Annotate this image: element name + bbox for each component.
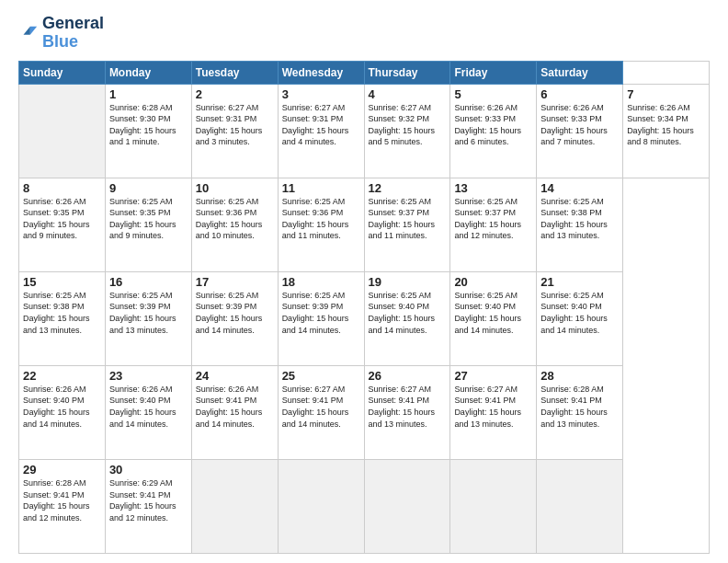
- table-row: 2 Sunrise: 6:27 AMSunset: 9:31 PMDayligh…: [191, 84, 278, 178]
- day-number: 11: [282, 181, 360, 195]
- day-number: 24: [196, 369, 274, 383]
- day-number: 16: [109, 275, 188, 289]
- col-header-saturday: Saturday: [537, 61, 623, 84]
- day-info: Sunrise: 6:27 AMSunset: 9:41 PMDaylight:…: [454, 384, 532, 430]
- table-row: 17 Sunrise: 6:25 AMSunset: 9:39 PMDaylig…: [191, 271, 278, 365]
- table-row: [278, 459, 364, 553]
- day-number: 4: [369, 87, 447, 101]
- day-info: Sunrise: 6:27 AMSunset: 9:32 PMDaylight:…: [369, 102, 447, 148]
- day-info: Sunrise: 6:28 AMSunset: 9:41 PMDaylight:…: [540, 384, 619, 430]
- table-row: 26 Sunrise: 6:27 AMSunset: 9:41 PMDaylig…: [364, 365, 450, 459]
- table-row: 22 Sunrise: 6:26 AMSunset: 9:40 PMDaylig…: [19, 365, 106, 459]
- day-info: Sunrise: 6:26 AMSunset: 9:41 PMDaylight:…: [196, 384, 274, 430]
- day-info: Sunrise: 6:27 AMSunset: 9:41 PMDaylight:…: [282, 384, 360, 430]
- table-row: 12 Sunrise: 6:25 AMSunset: 9:37 PMDaylig…: [364, 178, 450, 271]
- day-number: 14: [540, 181, 619, 195]
- day-number: 22: [23, 369, 101, 383]
- day-number: 27: [454, 369, 532, 383]
- day-number: 9: [109, 181, 188, 195]
- day-info: Sunrise: 6:25 AMSunset: 9:40 PMDaylight:…: [369, 290, 447, 336]
- day-number: 6: [540, 87, 619, 101]
- col-header-tuesday: Tuesday: [191, 61, 278, 84]
- logo: GeneralBlue: [18, 15, 104, 52]
- day-info: Sunrise: 6:25 AMSunset: 9:40 PMDaylight:…: [540, 290, 619, 336]
- col-header-friday: Friday: [450, 61, 537, 84]
- table-row: 15 Sunrise: 6:25 AMSunset: 9:38 PMDaylig…: [19, 271, 106, 365]
- day-info: Sunrise: 6:26 AMSunset: 9:35 PMDaylight:…: [23, 196, 101, 242]
- day-info: Sunrise: 6:26 AMSunset: 9:40 PMDaylight:…: [109, 384, 188, 430]
- table-row: 13 Sunrise: 6:25 AMSunset: 9:37 PMDaylig…: [450, 178, 537, 271]
- day-info: Sunrise: 6:25 AMSunset: 9:37 PMDaylight:…: [454, 196, 532, 242]
- col-header-monday: Monday: [105, 61, 191, 84]
- day-number: 3: [282, 87, 360, 101]
- day-number: 28: [540, 369, 619, 383]
- table-row: [450, 459, 537, 553]
- table-row: 5 Sunrise: 6:26 AMSunset: 9:33 PMDayligh…: [450, 84, 537, 178]
- logo-text: GeneralBlue: [42, 15, 104, 52]
- day-info: Sunrise: 6:27 AMSunset: 9:31 PMDaylight:…: [196, 102, 274, 148]
- table-row: 1 Sunrise: 6:28 AMSunset: 9:30 PMDayligh…: [105, 84, 191, 178]
- table-row: 20 Sunrise: 6:25 AMSunset: 9:40 PMDaylig…: [450, 271, 537, 365]
- day-number: 5: [454, 87, 532, 101]
- day-number: 19: [369, 275, 447, 289]
- col-header-thursday: Thursday: [364, 61, 450, 84]
- col-header-wednesday: Wednesday: [278, 61, 364, 84]
- table-row: 19 Sunrise: 6:25 AMSunset: 9:40 PMDaylig…: [364, 271, 450, 365]
- empty-cell: [19, 84, 106, 178]
- table-row: 9 Sunrise: 6:25 AMSunset: 9:35 PMDayligh…: [105, 178, 191, 271]
- table-row: 14 Sunrise: 6:25 AMSunset: 9:38 PMDaylig…: [537, 178, 623, 271]
- table-row: 29 Sunrise: 6:28 AMSunset: 9:41 PMDaylig…: [19, 459, 106, 553]
- day-number: 8: [23, 181, 101, 195]
- table-row: 4 Sunrise: 6:27 AMSunset: 9:32 PMDayligh…: [364, 84, 450, 178]
- day-info: Sunrise: 6:25 AMSunset: 9:35 PMDaylight:…: [109, 196, 188, 242]
- table-row: 28 Sunrise: 6:28 AMSunset: 9:41 PMDaylig…: [537, 365, 623, 459]
- table-row: 3 Sunrise: 6:27 AMSunset: 9:31 PMDayligh…: [278, 84, 364, 178]
- day-info: Sunrise: 6:25 AMSunset: 9:36 PMDaylight:…: [282, 196, 360, 242]
- table-row: 11 Sunrise: 6:25 AMSunset: 9:36 PMDaylig…: [278, 178, 364, 271]
- table-row: 10 Sunrise: 6:25 AMSunset: 9:36 PMDaylig…: [191, 178, 278, 271]
- day-info: Sunrise: 6:26 AMSunset: 9:34 PMDaylight:…: [627, 102, 705, 148]
- day-number: 12: [369, 181, 447, 195]
- header: GeneralBlue: [18, 15, 710, 52]
- day-number: 17: [196, 275, 274, 289]
- day-info: Sunrise: 6:25 AMSunset: 9:39 PMDaylight:…: [109, 290, 188, 336]
- day-number: 1: [109, 87, 188, 101]
- day-number: 23: [109, 369, 188, 383]
- table-row: 23 Sunrise: 6:26 AMSunset: 9:40 PMDaylig…: [105, 365, 191, 459]
- table-row: 8 Sunrise: 6:26 AMSunset: 9:35 PMDayligh…: [19, 178, 106, 271]
- day-info: Sunrise: 6:26 AMSunset: 9:40 PMDaylight:…: [23, 384, 101, 430]
- day-info: Sunrise: 6:27 AMSunset: 9:41 PMDaylight:…: [369, 384, 447, 430]
- col-header-sunday: Sunday: [19, 61, 106, 84]
- day-number: 15: [23, 275, 101, 289]
- table-row: [364, 459, 450, 553]
- table-row: 30 Sunrise: 6:29 AMSunset: 9:41 PMDaylig…: [105, 459, 191, 553]
- day-info: Sunrise: 6:28 AMSunset: 9:41 PMDaylight:…: [23, 477, 101, 523]
- table-row: 6 Sunrise: 6:26 AMSunset: 9:33 PMDayligh…: [537, 84, 623, 178]
- table-row: 18 Sunrise: 6:25 AMSunset: 9:39 PMDaylig…: [278, 271, 364, 365]
- logo-icon: [18, 23, 39, 43]
- day-info: Sunrise: 6:27 AMSunset: 9:31 PMDaylight:…: [282, 102, 360, 148]
- day-info: Sunrise: 6:25 AMSunset: 9:38 PMDaylight:…: [23, 290, 101, 336]
- day-number: 2: [196, 87, 274, 101]
- day-info: Sunrise: 6:25 AMSunset: 9:39 PMDaylight:…: [196, 290, 274, 336]
- calendar: SundayMondayTuesdayWednesdayThursdayFrid…: [18, 61, 710, 554]
- day-info: Sunrise: 6:26 AMSunset: 9:33 PMDaylight:…: [454, 102, 532, 148]
- day-number: 13: [454, 181, 532, 195]
- table-row: 24 Sunrise: 6:26 AMSunset: 9:41 PMDaylig…: [191, 365, 278, 459]
- table-row: 16 Sunrise: 6:25 AMSunset: 9:39 PMDaylig…: [105, 271, 191, 365]
- day-number: 30: [109, 463, 188, 477]
- day-number: 18: [282, 275, 360, 289]
- day-info: Sunrise: 6:26 AMSunset: 9:33 PMDaylight:…: [540, 102, 619, 148]
- day-info: Sunrise: 6:25 AMSunset: 9:38 PMDaylight:…: [540, 196, 619, 242]
- day-number: 29: [23, 463, 101, 477]
- day-info: Sunrise: 6:29 AMSunset: 9:41 PMDaylight:…: [109, 477, 188, 523]
- day-number: 20: [454, 275, 532, 289]
- day-info: Sunrise: 6:25 AMSunset: 9:39 PMDaylight:…: [282, 290, 360, 336]
- day-info: Sunrise: 6:25 AMSunset: 9:37 PMDaylight:…: [369, 196, 447, 242]
- day-number: 21: [540, 275, 619, 289]
- day-number: 10: [196, 181, 274, 195]
- day-info: Sunrise: 6:28 AMSunset: 9:30 PMDaylight:…: [109, 102, 188, 148]
- table-row: 7 Sunrise: 6:26 AMSunset: 9:34 PMDayligh…: [623, 84, 710, 178]
- svg-marker-0: [30, 26, 37, 34]
- day-number: 26: [369, 369, 447, 383]
